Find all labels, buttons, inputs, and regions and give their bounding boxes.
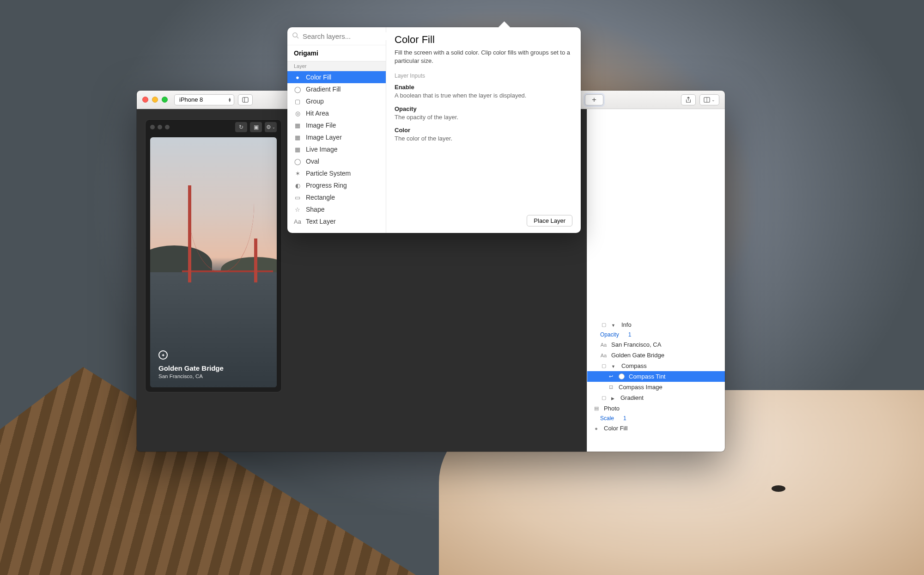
- preview-refresh-button[interactable]: ↻: [235, 122, 247, 132]
- layer-lib-item-label: Color Fill: [306, 73, 331, 81]
- close-window-button[interactable]: [142, 97, 148, 103]
- layer-lib-item[interactable]: ◐Progress Ring: [287, 179, 386, 191]
- photo-icon: ▤: [593, 405, 600, 412]
- disclosure-triangle-icon[interactable]: [611, 362, 617, 369]
- image-icon: ▦: [294, 134, 301, 141]
- layer-row[interactable]: ●Color Fill: [587, 423, 725, 434]
- layer-label: Color Fill: [604, 425, 627, 432]
- chevron-down-icon: ⌄: [711, 98, 715, 102]
- svg-rect-0: [243, 97, 248, 102]
- layer-prop-row[interactable]: Scale1: [587, 414, 725, 423]
- layer-lib-item[interactable]: ✶Particle System: [287, 167, 386, 179]
- layer-lib-item-label: Shape: [306, 206, 324, 213]
- add-layer-button[interactable]: +: [585, 94, 603, 105]
- layer-library-popover: Origami Layer ●Color Fill◯Gradient Fill▢…: [287, 27, 581, 233]
- svg-line-7: [297, 37, 298, 38]
- layer-lib-item-label: Image File: [306, 122, 336, 129]
- layer-row[interactable]: ⊡Compass Image: [587, 382, 725, 392]
- layer-lib-item[interactable]: ☆Shape: [287, 203, 386, 215]
- preview-settings-button[interactable]: ⚙⌄: [265, 122, 277, 132]
- layer-lib-item[interactable]: ▢Group: [287, 95, 386, 107]
- circle-outline-icon: ◯: [294, 86, 301, 93]
- updown-icon: ▴▾: [229, 98, 231, 102]
- text-icon: Aa: [600, 341, 607, 348]
- popover-detail-column: Color Fill Fill the screen with a solid …: [386, 27, 581, 233]
- layer-lib-item[interactable]: ▦Image File: [287, 119, 386, 131]
- layer-row[interactable]: ▢Gradient: [587, 392, 725, 403]
- layer-label: Compass Tint: [629, 373, 665, 380]
- layer-lib-item-label: Hit Area: [306, 110, 329, 117]
- layer-row[interactable]: ▢Info: [587, 319, 725, 330]
- spinner-icon: ◐: [294, 182, 301, 189]
- link-icon: ↩: [608, 373, 614, 380]
- gear-icon: ⚙: [266, 124, 271, 130]
- layer-lib-item[interactable]: ◯Gradient Fill: [287, 83, 386, 95]
- layer-label: Compass Image: [619, 384, 663, 391]
- image-icon: ▦: [294, 146, 301, 153]
- layer-lib-item[interactable]: ◯Oval: [287, 155, 386, 167]
- refresh-icon: ↻: [239, 124, 243, 130]
- layer-prop-row[interactable]: Opacity1: [587, 330, 725, 339]
- layer-lib-item[interactable]: ●Color Fill: [287, 71, 386, 83]
- popover-layer-list[interactable]: ●Color Fill◯Gradient Fill▢Group◎Hit Area…: [287, 71, 386, 233]
- layer-tree[interactable]: ▢InfoOpacity1AaSan Francisco, CAAaGolden…: [587, 319, 725, 452]
- layer-row[interactable]: ▢Compass: [587, 361, 725, 371]
- svg-point-6: [293, 33, 297, 37]
- disclosure-triangle-icon[interactable]: [611, 321, 617, 328]
- circle-fill-icon: ●: [294, 73, 301, 81]
- layer-row[interactable]: ↩Compass Tint: [587, 371, 725, 382]
- rect-icon: ▭: [294, 194, 301, 201]
- layer-row[interactable]: AaSan Francisco, CA: [587, 339, 725, 350]
- color-swatch: [619, 373, 625, 379]
- search-input[interactable]: [303, 32, 390, 40]
- minimize-window-button[interactable]: [152, 97, 158, 103]
- search-icon: [292, 32, 299, 40]
- popover-detail-description: Fill the screen with a solid color. Clip…: [395, 49, 572, 65]
- place-layer-button[interactable]: Place Layer: [527, 215, 572, 226]
- oval-icon: ◯: [294, 158, 301, 165]
- layer-lib-item-label: Rectangle: [306, 194, 335, 201]
- layer-label: Info: [621, 321, 632, 328]
- star-icon: ☆: [294, 206, 301, 213]
- param-desc: The color of the layer.: [395, 135, 572, 143]
- sparkle-icon: ✶: [294, 170, 301, 177]
- layer-lib-item-label: Image Layer: [306, 134, 342, 141]
- maximize-window-button[interactable]: [162, 97, 168, 103]
- text-icon: Aa: [294, 218, 301, 225]
- preview-viewport[interactable]: ✦ Golden Gate Bridge San Francisco, CA: [150, 137, 277, 387]
- grid-icon: [704, 97, 710, 103]
- layer-lib-item[interactable]: ▦Live Image: [287, 143, 386, 155]
- popover-tab[interactable]: Origami: [287, 45, 386, 61]
- layer-row[interactable]: ▤Photo: [587, 403, 725, 414]
- folder-icon: ▢: [600, 394, 607, 401]
- layer-label: Golden Gate Bridge: [611, 352, 664, 359]
- param-name: Color: [395, 127, 572, 134]
- preview-record-button[interactable]: ▣: [250, 122, 262, 132]
- sidebar-toggle-button[interactable]: [238, 94, 253, 105]
- compass-icon: ✦: [158, 350, 168, 360]
- layer-row[interactable]: AaGolden Gate Bridge: [587, 350, 725, 361]
- popover-left-column: Origami Layer ●Color Fill◯Gradient Fill▢…: [287, 27, 386, 233]
- share-button[interactable]: [681, 94, 696, 105]
- layer-lib-item[interactable]: ▦Image Layer: [287, 131, 386, 143]
- layers-panel: ▢InfoOpacity1AaSan Francisco, CAAaGolden…: [587, 109, 725, 452]
- layer-lib-item[interactable]: ▭Rectangle: [287, 191, 386, 203]
- popover-inputs-heading: Layer Inputs: [395, 73, 572, 79]
- param-name: Opacity: [395, 105, 572, 112]
- preview-traffic-lights: [150, 125, 170, 129]
- layer-lib-item-label: Particle System: [306, 170, 351, 177]
- layer-prop-value[interactable]: 1: [623, 415, 642, 422]
- device-select[interactable]: iPhone 8 ▴▾: [174, 94, 234, 105]
- preview-title: Golden Gate Bridge: [158, 364, 224, 372]
- circle-fill-icon: ●: [593, 425, 600, 432]
- share-icon: [685, 97, 692, 103]
- sidebar-icon: [242, 97, 249, 103]
- layer-prop-value[interactable]: 1: [628, 331, 647, 338]
- param-desc: The opacity of the layer.: [395, 113, 572, 122]
- layer-lib-item[interactable]: ◎Hit Area: [287, 107, 386, 119]
- layer-lib-item-label: Text Layer: [306, 218, 336, 225]
- layer-label: Gradient: [620, 394, 644, 401]
- layer-lib-item[interactable]: AaText Layer: [287, 215, 386, 227]
- disclosure-triangle-icon[interactable]: [611, 394, 616, 401]
- view-mode-button[interactable]: ⌄: [699, 94, 719, 105]
